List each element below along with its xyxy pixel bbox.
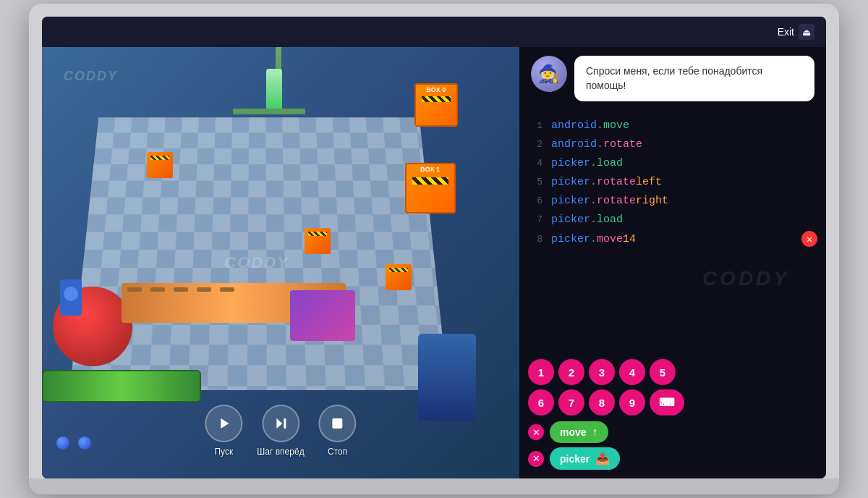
step-button[interactable]: Шаг вперёд	[257, 405, 304, 457]
control-bar: Пуск Шаг вперёд Стоп	[205, 405, 356, 457]
coddy-watermark: CODDY	[702, 267, 790, 290]
code-content[interactable]: picker.load	[551, 214, 623, 226]
laptop-base	[29, 478, 839, 494]
right-panel: 🧙 Спроси меня, если тебе понадобится пом…	[519, 47, 826, 478]
svg-rect-3	[333, 418, 343, 429]
num-btn-6[interactable]: 6	[528, 389, 554, 415]
line-number: 5	[528, 177, 542, 187]
action-buttons: ✕move↑✕picker📤	[519, 418, 826, 478]
action-label: picker	[560, 453, 590, 465]
action-row: ✕picker📤	[528, 447, 817, 470]
code-line: 7picker.load	[519, 210, 826, 229]
action-pill-move[interactable]: move↑	[550, 421, 608, 443]
game-panel: CODDY CODDY CODDY BOX 0 BOX 1	[42, 47, 519, 478]
num-btn-2[interactable]: 2	[558, 359, 584, 385]
exit-button[interactable]: Exit ⏏	[778, 24, 814, 40]
blue-pipe-right	[418, 334, 476, 421]
blue-dots	[56, 436, 91, 450]
code-content[interactable]: picker.load	[551, 157, 623, 169]
play-button[interactable]: Пуск	[205, 405, 242, 457]
numpad-area: 12345 6789⌨	[519, 353, 826, 418]
top-bar: Exit ⏏	[42, 17, 826, 47]
box0-label: BOX 0	[416, 85, 456, 95]
chat-message: Спроси меня, если тебе понадобится помощ…	[586, 65, 762, 91]
line-number: 4	[528, 158, 542, 169]
numpad-row-1: 12345	[528, 359, 817, 385]
action-icon: ↑	[592, 426, 598, 439]
code-content[interactable]: picker.rotate right	[551, 195, 668, 207]
svg-marker-0	[221, 418, 229, 429]
game-logo-top: CODDY	[64, 69, 118, 84]
code-line: 1android.move	[519, 116, 826, 135]
exit-label: Exit	[778, 26, 794, 38]
code-content[interactable]: picker.move 14	[551, 233, 636, 245]
code-line: 8picker.move 14✕	[519, 229, 826, 249]
line-number: 2	[528, 139, 542, 150]
action-close-btn[interactable]: ✕	[528, 424, 544, 440]
num-btn-3[interactable]: 3	[589, 359, 615, 385]
box-1: BOX 1	[405, 163, 456, 214]
game-canvas: CODDY CODDY CODDY BOX 0 BOX 1	[42, 47, 519, 478]
code-content[interactable]: android.rotate	[551, 138, 642, 151]
svg-rect-2	[284, 418, 286, 429]
blue-dot-1	[56, 436, 69, 450]
action-label: move	[560, 426, 587, 438]
small-box-3	[386, 264, 412, 290]
code-line: 2android.rotate	[519, 135, 826, 153]
action-pill-picker[interactable]: picker📤	[550, 447, 620, 470]
screen: Exit ⏏ CODDY CODDY CODDY	[42, 17, 826, 478]
code-content[interactable]: android.move	[551, 119, 629, 132]
num-btn-9[interactable]: 9	[619, 389, 645, 415]
code-content[interactable]: picker.rotate left	[551, 176, 662, 188]
action-icon: 📤	[595, 452, 610, 465]
action-row: ✕move↑	[528, 421, 817, 443]
play-label: Пуск	[214, 447, 233, 457]
chat-area: 🧙 Спроси меня, если тебе понадобится пом…	[519, 47, 826, 110]
blue-dot-2	[78, 436, 91, 450]
step-label: Шаг вперёд	[257, 447, 304, 457]
code-line: 4picker.load	[519, 153, 826, 172]
main-content: CODDY CODDY CODDY BOX 0 BOX 1	[42, 47, 826, 478]
numpad-row-2: 6789⌨	[528, 389, 817, 415]
error-badge[interactable]: ✕	[801, 231, 817, 247]
laptop-frame: Exit ⏏ CODDY CODDY CODDY	[29, 4, 839, 494]
code-line: 5picker.rotate left	[519, 172, 826, 191]
line-number: 8	[528, 234, 542, 245]
robot-arm-horizontal	[233, 109, 305, 114]
num-btn-8[interactable]: 8	[589, 389, 615, 415]
code-editor: 1android.move2android.rotate4picker.load…	[519, 110, 826, 353]
line-number: 1	[528, 120, 542, 131]
box-0: BOX 0	[414, 83, 458, 127]
num-btn-4[interactable]: 4	[619, 359, 645, 385]
line-number: 6	[528, 195, 542, 206]
green-cylinder	[266, 69, 282, 109]
green-pipe-bottom	[42, 370, 201, 402]
small-box-2	[305, 228, 331, 254]
purple-box	[290, 290, 355, 341]
game-logo-mid: CODDY	[224, 253, 289, 272]
avatar: 🧙	[531, 56, 567, 92]
line-number: 7	[528, 214, 542, 225]
num-btn-7[interactable]: 7	[558, 389, 584, 415]
num-btn-keyboard[interactable]: ⌨	[650, 389, 684, 415]
code-line: 6picker.rotate right	[519, 191, 826, 210]
chat-bubble: Спроси меня, если тебе понадобится помощ…	[574, 56, 814, 101]
small-box-1	[147, 152, 173, 178]
box1-label: BOX 1	[407, 164, 454, 174]
stop-button[interactable]: Стоп	[319, 405, 357, 457]
num-btn-1[interactable]: 1	[528, 359, 554, 385]
exit-icon: ⏏	[799, 24, 814, 40]
stop-label: Стоп	[328, 447, 347, 457]
action-close-btn[interactable]: ✕	[528, 451, 544, 467]
svg-marker-1	[276, 418, 282, 429]
num-btn-5[interactable]: 5	[650, 359, 676, 385]
